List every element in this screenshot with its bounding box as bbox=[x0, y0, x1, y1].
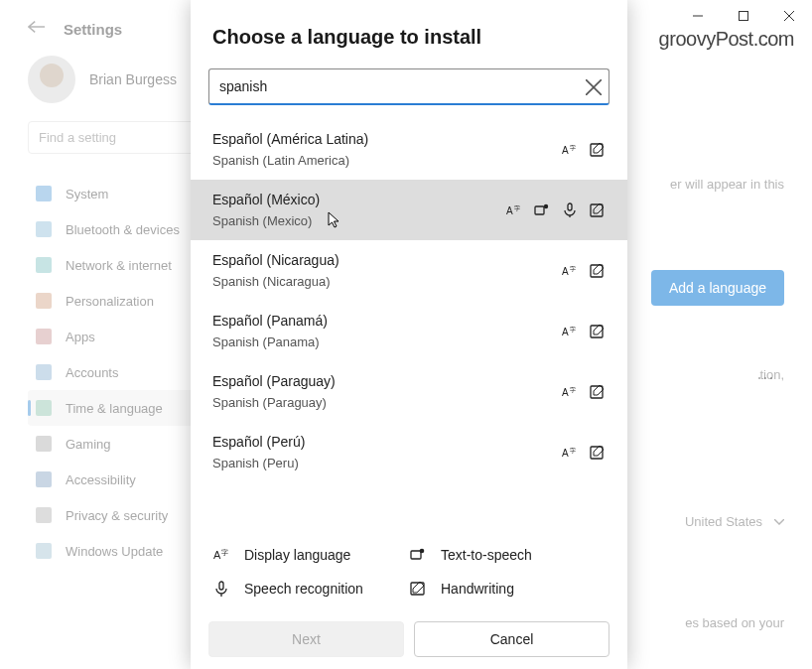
handwriting-icon bbox=[590, 384, 606, 400]
nav-personalization[interactable]: Personalization bbox=[28, 283, 216, 319]
language-native-name: Español (Paraguay) bbox=[212, 373, 562, 389]
dialog-title: Choose a language to install bbox=[208, 26, 609, 49]
legend-handwriting: Handwriting bbox=[409, 572, 606, 605]
next-button[interactable]: Next bbox=[208, 621, 404, 657]
language-option[interactable]: Español (Nicaragua)Spanish (Nicaragua) bbox=[191, 240, 627, 301]
user-name: Brian Burgess bbox=[89, 71, 177, 87]
language-native-name: Español (Perú) bbox=[212, 434, 562, 450]
clear-search-icon[interactable] bbox=[586, 79, 602, 95]
language-option[interactable]: Español (América Latina)Spanish (Latin A… bbox=[191, 119, 627, 180]
nav-time-language[interactable]: Time & language bbox=[28, 390, 216, 426]
display-language-icon bbox=[562, 263, 578, 279]
bg-hint-1: er will appear in this bbox=[670, 177, 784, 192]
more-button[interactable]: ⋯ bbox=[748, 359, 784, 395]
nav-gaming[interactable]: Gaming bbox=[28, 426, 216, 462]
handwriting-icon bbox=[590, 202, 606, 218]
display-language-icon bbox=[562, 384, 578, 400]
legend-speech: Speech recognition bbox=[212, 572, 409, 605]
language-option[interactable]: Español (Perú)Spanish (Peru) bbox=[191, 422, 627, 482]
legend-display: A字Display language bbox=[212, 538, 409, 572]
language-english-name: Spanish (Mexico) bbox=[212, 213, 506, 228]
feature-legend: A字Display language Text-to-speech Speech… bbox=[208, 524, 609, 615]
svg-rect-8 bbox=[411, 551, 421, 559]
bg-hint-3: es based on your bbox=[685, 615, 784, 630]
settings-nav: System Bluetooth & devices Network & int… bbox=[28, 176, 216, 569]
handwriting-icon bbox=[590, 263, 606, 279]
display-language-icon bbox=[562, 142, 578, 158]
language-native-name: Español (Nicaragua) bbox=[212, 252, 562, 268]
settings-title: Settings bbox=[64, 21, 122, 38]
language-option[interactable]: Español (Paraguay)Spanish (Paraguay) bbox=[191, 361, 627, 422]
language-list[interactable]: Español (América Latina)Spanish (Latin A… bbox=[191, 119, 627, 524]
handwriting-icon bbox=[590, 324, 606, 339]
region-row[interactable]: United States bbox=[685, 514, 784, 529]
avatar[interactable] bbox=[28, 56, 75, 103]
legend-tts: Text-to-speech bbox=[409, 538, 606, 572]
nav-apps[interactable]: Apps bbox=[28, 319, 216, 354]
language-option[interactable]: Español (Panamá)Spanish (Panama) bbox=[191, 301, 627, 361]
cancel-button[interactable]: Cancel bbox=[414, 621, 609, 657]
svg-rect-10 bbox=[219, 582, 223, 590]
speech-icon bbox=[562, 202, 578, 218]
language-english-name: Spanish (Latin America) bbox=[212, 153, 562, 168]
language-native-name: Español (América Latina) bbox=[212, 131, 562, 147]
display-language-icon bbox=[562, 445, 578, 461]
language-english-name: Spanish (Nicaragua) bbox=[212, 274, 562, 289]
nav-windows-update[interactable]: Windows Update bbox=[28, 533, 216, 569]
find-setting-input[interactable] bbox=[28, 121, 199, 154]
svg-text:A: A bbox=[213, 549, 221, 561]
handwriting-icon bbox=[590, 445, 606, 461]
handwriting-icon bbox=[409, 580, 427, 598]
region-value: United States bbox=[685, 514, 762, 529]
language-option[interactable]: Español (México)Spanish (Mexico) bbox=[191, 180, 627, 240]
chevron-down-icon bbox=[774, 519, 784, 525]
language-native-name: Español (México) bbox=[212, 192, 506, 207]
language-search-input[interactable] bbox=[208, 68, 609, 105]
nav-accessibility[interactable]: Accessibility bbox=[28, 462, 216, 497]
svg-text:字: 字 bbox=[221, 549, 228, 556]
add-language-button[interactable]: Add a language bbox=[651, 270, 784, 306]
display-language-icon bbox=[506, 202, 522, 218]
nav-network[interactable]: Network & internet bbox=[28, 247, 216, 283]
tts-icon bbox=[534, 202, 550, 218]
language-english-name: Spanish (Panama) bbox=[212, 334, 562, 349]
nav-privacy[interactable]: Privacy & security bbox=[28, 497, 216, 533]
language-english-name: Spanish (Paraguay) bbox=[212, 395, 562, 410]
language-native-name: Español (Panamá) bbox=[212, 313, 562, 329]
language-english-name: Spanish (Peru) bbox=[212, 456, 562, 470]
display-language-icon: A字 bbox=[212, 546, 230, 564]
language-install-dialog: Choose a language to install Español (Am… bbox=[191, 0, 627, 669]
nav-accounts[interactable]: Accounts bbox=[28, 354, 216, 390]
display-language-icon bbox=[562, 324, 578, 339]
svg-point-9 bbox=[420, 549, 425, 554]
back-icon[interactable] bbox=[28, 20, 46, 38]
nav-system[interactable]: System bbox=[28, 176, 216, 211]
handwriting-icon bbox=[590, 142, 606, 158]
tts-icon bbox=[409, 546, 427, 564]
speech-icon bbox=[212, 580, 230, 598]
nav-bluetooth[interactable]: Bluetooth & devices bbox=[28, 211, 216, 247]
